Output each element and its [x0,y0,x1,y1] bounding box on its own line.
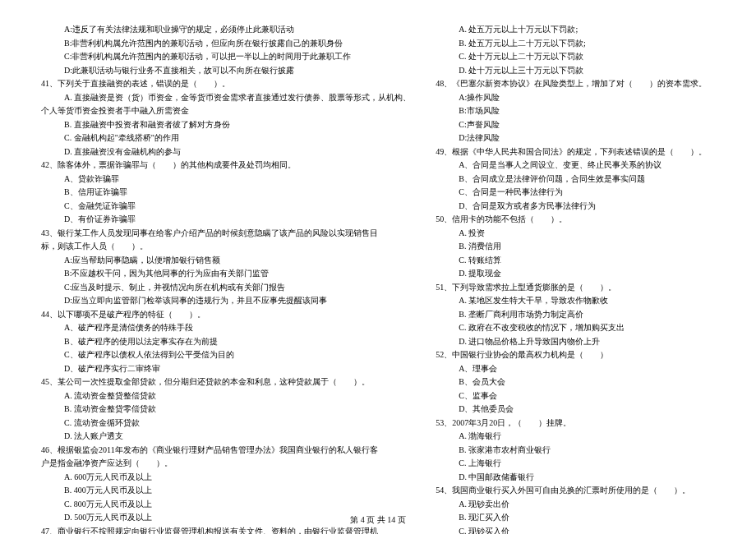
option-line: A、合同是当事人之间设立、变更、终止民事关系的协议 [436,159,715,172]
question-line: 46、根据银监会2011年发布的《商业银行理财产品销售管理办法》我国商业银行的私… [41,444,411,457]
option-line: A. 现钞卖出价 [436,498,715,511]
question-line: 50、信用卡的功能不包括（ ）。 [436,213,715,226]
option-line: D. 进口物品价格上升导致国内物价上升 [436,335,715,348]
question-line: 52、中国银行业协会的最高权力机构是（ ） [436,348,715,361]
option-line: C. 转账结算 [436,254,715,267]
option-line: C. 处十万元以上二十万元以下罚款 [436,50,715,63]
option-line: A:违反了有关法律法规和职业操守的规定，必须停止此兼职活动 [41,23,411,36]
option-line: C、破产程序以债权人依法得到公平受偿为目的 [41,348,411,361]
left-column: A:违反了有关法律法规和职业操守的规定，必须停止此兼职活动B:非营利机构属允许范… [41,23,411,534]
question-line: 47、商业银行不按照规定向银行业监督管理机构报送有关文件、资料的，由银行业监督管… [41,525,411,535]
option-line: C:应当及时提示、制止，并视情况向所在机构或有关部门报告 [41,281,411,294]
question-line: 户是指金融净资产应达到（ ）。 [41,457,411,470]
option-line: B. 处五万元以上二十万元以下罚款; [436,37,715,50]
option-line: D、合同是双方或者多方民事法律行为 [436,200,715,213]
option-line: C. 金融机构起"牵线搭桥"的作用 [41,131,411,145]
option-line: B、会员大会 [436,375,715,389]
question-line: 51、下列导致需求拉上型通货膨胀的是（ ）。 [436,281,715,294]
option-line: D. 直接融资没有金融机构的参与 [41,145,411,159]
option-line: B:市场风险 [436,104,715,117]
question-line: 42、除客体外，票据诈骗罪与（ ）的其他构成要件及处罚均相同。 [41,159,411,172]
option-line: A. 渤海银行 [436,430,715,443]
option-line: B. 张家港市农村商业银行 [436,444,715,457]
question-line: 45、某公司一次性提取全部贷款，但分期归还贷款的本金和利息，这种贷款属于（ ）。 [41,375,411,389]
page-footer: 第 4 页 共 14 页 [0,514,756,526]
exam-page: A:违反了有关法律法规和职业操守的规定，必须停止此兼职活动B:非营利机构属允许范… [0,0,756,534]
option-line: A、贷款诈骗罪 [41,173,411,186]
option-line: A. 某地区发生特大干旱，导致农作物歉收 [436,294,715,307]
question-line: 53、2007年3月20日，（ ）挂牌。 [436,417,715,430]
option-line: B、信用证诈骗罪 [41,186,411,199]
option-line: B:不应越权干问，因为其他同事的行为应由有关部门监管 [41,267,411,280]
option-line: A:操作风险 [436,91,715,104]
option-line: B:非营利机构属允许范围内的兼职活动，但应向所在银行披露自己的兼职身份 [41,37,411,50]
question-line: 41、下列关于直接融资的表述，错误的是（ ）。 [41,77,411,90]
option-line: C. 政府在不改变税收的情况下，增加购买支出 [436,321,715,334]
option-line: D. 法人账户透支 [41,430,411,443]
option-line: A. 投资 [436,227,715,240]
option-line: C. 流动资金循环贷款 [41,417,411,430]
option-line: A、理事会 [436,362,715,375]
question-line: 44、以下哪项不是破产程序的特征（ ）。 [41,308,411,321]
option-line: A:应当帮助同事隐瞒，以便增加银行销售额 [41,254,411,267]
question-line: 43、银行某工作人员发现同事在给客户介绍产品的时候刻意隐瞒了该产品的风险以实现销… [41,227,411,240]
option-line: C:声誉风险 [436,118,715,131]
option-line: C. 上海银行 [436,457,715,470]
option-line: D:此兼职活动与银行业务不直接相关，故可以不向所在银行披露 [41,64,411,77]
question-line: 54、我国商业银行买入外国可自由兑换的汇票时所使用的是（ ）。 [436,484,715,497]
option-line: D:法律风险 [436,131,715,145]
option-line: B. 垄断厂商利用市场势力制定高价 [436,308,715,321]
right-column: A. 处五万元以上十万元以下罚款;B. 处五万元以上二十万元以下罚款;C. 处十… [436,23,715,534]
option-line: B. 400万元人民币及以上 [41,484,411,497]
option-line: B、破产程序的使用以法定事实存在为前提 [41,335,411,348]
option-line: A、破产程序是清偿债务的特殊手段 [41,321,411,334]
option-line: D、有价证券诈骗罪 [41,213,411,226]
option-line: A. 处五万元以上十万元以下罚款; [436,23,715,36]
option-line: D. 处十万元以上三十万元以下罚款 [436,64,715,77]
option-line: B. 流动资金整贷零偿贷款 [41,403,411,416]
option-line: B. 消费信用 [436,240,715,253]
option-line: B. 直接融资中投资者和融资者彼了解对方身份 [41,118,411,131]
option-line: C、金融凭证诈骗罪 [41,200,411,213]
option-line: C. 现钞买入价 [436,525,715,535]
option-line: D. 提取现金 [436,267,715,280]
option-line: C. 800万元人民币及以上 [41,498,411,511]
question-line: 标，则该工作人员（ ）。 [41,240,411,253]
option-line: B、合同成立是法律评价问题，合同生效是事实问题 [436,173,715,186]
option-line: D、其他委员会 [436,403,715,416]
option-line: D、破产程序实行二审终审 [41,362,411,375]
option-line: D. 中国邮政储蓄银行 [436,471,715,484]
option-line: A. 直接融资是资（货）币资金，金等货币资金需求者直接通过发行债券、股票等形式，… [41,91,411,104]
question-line: 49、根据《中华人民共和国合同法》的规定，下列表述错误的是（ ）。 [436,145,715,159]
question-line: 个人等货币资金投资者手中融入所需资金 [41,104,411,117]
option-line: C:非营利机构属允许范围内的兼职活动，可以把一半以上的时间用于此兼职工作 [41,50,411,63]
question-line: 48、《巴塞尔新资本协议》在风险类型上，增加了对（ ）的资本需求。 [436,77,715,90]
option-line: D:应当立即向监管部门检举该同事的违规行为，并且不应事先提醒该同事 [41,294,411,307]
option-line: A. 600万元人民币及以上 [41,471,411,484]
option-line: C、合同是一种民事法律行为 [436,186,715,199]
option-line: A. 流动资金整贷整偿贷款 [41,389,411,403]
option-line: C、监事会 [436,389,715,403]
